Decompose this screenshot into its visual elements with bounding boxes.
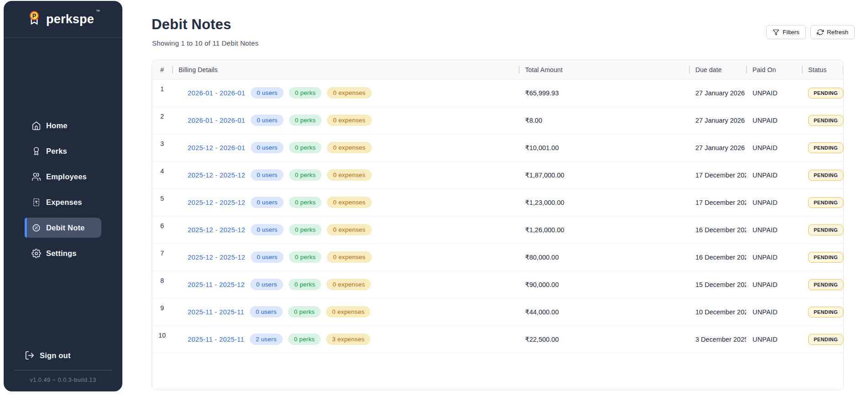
debit-note-badge-icon <box>31 223 41 233</box>
sidebar-item-label: Employees <box>46 172 87 181</box>
svg-text:₹: ₹ <box>35 200 37 205</box>
expenses-badge: 0 expenses <box>327 197 371 208</box>
billing-period-link[interactable]: 2025-11 - 2025-12 <box>188 281 245 288</box>
due-date: 16 December 2025 <box>689 226 746 234</box>
row-index: 5 <box>152 189 172 216</box>
billing-period-link[interactable]: 2025-11 - 2025-11 <box>188 336 244 343</box>
column-header-index: # <box>152 60 172 79</box>
sidebar-nav: Home Perks Employees ₹ <box>4 38 122 263</box>
refresh-button[interactable]: Refresh <box>810 25 855 39</box>
column-header-status: Status <box>802 60 843 79</box>
sidebar-footer: Sign out v1.0.49 ~ 0.0.3-build.13 <box>4 345 122 391</box>
expenses-badge: 0 expenses <box>327 169 371 181</box>
svg-text:P: P <box>32 13 36 19</box>
status-badge: PENDING <box>808 279 843 290</box>
users-badge: 0 users <box>251 142 284 153</box>
expenses-badge: 0 expenses <box>327 224 371 235</box>
total-amount: ₹1,26,000.00 <box>519 226 689 234</box>
perks-badge: 0 perks <box>289 142 322 153</box>
expenses-badge: 0 expenses <box>326 279 371 290</box>
sidebar-item-label: Debit Note <box>46 224 85 232</box>
billing-period-link[interactable]: 2025-12 - 2025-12 <box>188 172 245 179</box>
expenses-badge: 0 expenses <box>327 142 371 153</box>
page-title: Debit Notes <box>152 16 231 33</box>
perks-badge: 0 perks <box>289 115 322 126</box>
expenses-badge: 3 expenses <box>326 333 370 345</box>
app-version: v1.0.49 ~ 0.0.3-build.13 <box>13 377 113 383</box>
column-header-paid-on: Paid On <box>746 60 802 79</box>
paid-on: UNPAID <box>746 89 802 97</box>
expenses-badge: 0 expenses <box>327 87 371 99</box>
status-badge: PENDING <box>808 197 843 208</box>
paid-on: UNPAID <box>746 336 802 343</box>
billing-period-link[interactable]: 2026-01 - 2026-01 <box>188 117 245 124</box>
billing-period-link[interactable]: 2025-11 - 2025-11 <box>188 308 244 316</box>
perks-badge: 0 perks <box>289 169 322 181</box>
expenses-badge: 0 expenses <box>326 306 370 318</box>
due-date: 16 December 2025 <box>689 254 746 261</box>
home-icon <box>31 120 41 130</box>
refresh-button-label: Refresh <box>827 29 848 36</box>
paid-on: UNPAID <box>746 308 802 316</box>
filter-funnel-icon <box>773 29 779 36</box>
total-amount: ₹8.00 <box>519 117 689 124</box>
due-date: 10 December 2025 <box>689 308 746 316</box>
table-row: 7 2025-12 - 2025-12 0 users 0 perks 0 ex… <box>152 244 843 271</box>
sidebar-item-label: Expenses <box>46 198 82 207</box>
perks-badge: 0 perks <box>289 87 322 99</box>
paid-on: UNPAID <box>746 144 802 151</box>
status-badge: PENDING <box>808 88 843 99</box>
perks-badge: 0 perks <box>289 197 322 208</box>
paid-on: UNPAID <box>746 172 802 179</box>
due-date: 15 December 2025 <box>689 281 746 288</box>
users-badge: 0 users <box>250 306 283 318</box>
status-badge: PENDING <box>808 307 843 318</box>
medal-icon <box>31 146 41 156</box>
rupee-receipt-icon: ₹ <box>31 197 41 207</box>
table-row: 2 2026-01 - 2026-01 0 users 0 perks 0 ex… <box>152 107 843 134</box>
due-date: 17 December 2025 <box>689 199 746 206</box>
billing-period-link[interactable]: 2025-12 - 2026-01 <box>188 144 245 151</box>
row-index: 2 <box>152 107 172 134</box>
sidebar-item-label: Home <box>46 121 68 130</box>
logo-text: perkspe <box>46 12 94 26</box>
due-date: 27 January 2026 <box>689 144 746 151</box>
billing-period-link[interactable]: 2026-01 - 2026-01 <box>188 89 245 97</box>
table-row: 5 2025-12 - 2025-12 0 users 0 perks 0 ex… <box>152 189 843 216</box>
perks-badge: 0 perks <box>288 333 321 345</box>
sidebar-item-settings[interactable]: Settings <box>25 243 101 263</box>
sidebar-item-debit-note[interactable]: Debit Note <box>25 218 101 238</box>
billing-period-link[interactable]: 2025-12 - 2025-12 <box>188 254 245 261</box>
perkspe-logo[interactable]: P perkspe ™ <box>4 1 122 37</box>
billing-period-link[interactable]: 2025-12 - 2025-12 <box>188 226 245 234</box>
sidebar-item-home[interactable]: Home <box>25 115 101 135</box>
sidebar-item-label: Perks <box>46 147 67 156</box>
sidebar-item-employees[interactable]: Employees <box>25 167 101 187</box>
table-row: 8 2025-11 - 2025-12 0 users 0 perks 0 ex… <box>152 271 843 298</box>
paid-on: UNPAID <box>746 281 802 288</box>
filters-button[interactable]: Filters <box>766 25 806 39</box>
users-badge: 0 users <box>251 251 284 263</box>
users-badge: 0 users <box>251 197 284 208</box>
table-body: 1 2026-01 - 2026-01 0 users 0 perks 0 ex… <box>152 79 843 353</box>
table-row: 1 2026-01 - 2026-01 0 users 0 perks 0 ex… <box>152 79 843 107</box>
total-amount: ₹22,500.00 <box>519 336 689 343</box>
sign-out-button[interactable]: Sign out <box>13 345 113 365</box>
perks-badge: 0 perks <box>289 224 322 235</box>
users-badge: 0 users <box>251 169 284 181</box>
paid-on: UNPAID <box>746 117 802 124</box>
total-amount: ₹65,999.93 <box>519 89 689 97</box>
perks-badge: 0 perks <box>289 279 321 290</box>
perks-badge: 0 perks <box>288 306 321 318</box>
due-date: 27 January 2026 <box>689 89 746 97</box>
sidebar-item-label: Settings <box>46 249 77 258</box>
status-badge: PENDING <box>808 334 843 345</box>
users-badge: 0 users <box>250 279 283 290</box>
sidebar-item-perks[interactable]: Perks <box>25 141 101 161</box>
paid-on: UNPAID <box>746 199 802 206</box>
users-badge: 0 users <box>251 224 284 235</box>
row-index: 7 <box>152 244 172 271</box>
due-date: 3 December 2025 <box>689 336 746 343</box>
billing-period-link[interactable]: 2025-12 - 2025-12 <box>188 199 245 206</box>
sidebar-item-expenses[interactable]: ₹ Expenses <box>25 192 101 212</box>
